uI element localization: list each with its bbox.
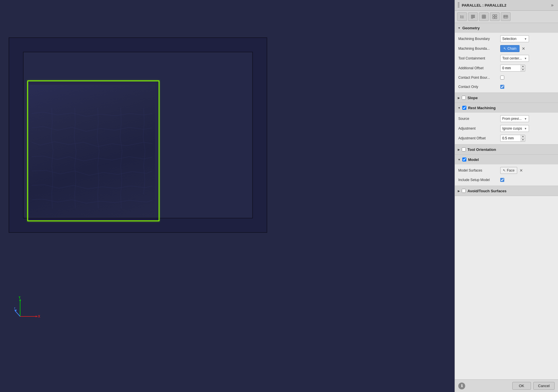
geometry-section-header[interactable]: ▼ Geometry	[455, 23, 558, 33]
adjustment-offset-down[interactable]: ▼	[521, 139, 525, 142]
adjustment-offset-spinner: ▲ ▼	[521, 135, 525, 141]
face-close-button[interactable]: ✕	[518, 168, 524, 173]
tool-orientation-checkbox[interactable]	[462, 147, 466, 151]
rest-machining-section-title: Rest Machining	[468, 106, 496, 110]
source-value: From previ...	[502, 117, 522, 121]
additional-offset-label: Additional Offset	[458, 66, 499, 70]
tool-containment-value: Tool center...	[502, 56, 522, 60]
tool-orientation-section-header[interactable]: ▶ Tool Orientation	[455, 145, 558, 154]
rest-machining-section: ▼ Rest Machining Source From previ... ▼ …	[455, 103, 558, 145]
machining-boundary2-control: ↖ Chain ✕	[500, 45, 555, 52]
ok-button[interactable]: OK	[512, 382, 531, 390]
model-section-header[interactable]: ▼ Model	[455, 155, 558, 164]
toolbar-btn-list[interactable]	[468, 12, 478, 21]
model-triangle: ▼	[458, 158, 461, 161]
adjustment-label: Adjustment	[458, 126, 499, 130]
contact-only-checkbox[interactable]	[500, 85, 504, 89]
rest-machining-body: Source From previ... ▼ Adjustment Ignore…	[455, 113, 558, 144]
model-surfaces-control: ↖ Face ✕	[500, 167, 555, 174]
adjustment-select[interactable]: Ignore cusps ▼	[500, 125, 529, 132]
adjustment-offset-up[interactable]: ▲	[521, 135, 525, 139]
bottom-bar: ℹ OK Cancel	[455, 379, 558, 392]
cursor-icon: ↖	[503, 47, 506, 51]
toolbar-btn-box[interactable]	[479, 12, 489, 21]
rest-machining-triangle: ▼	[458, 106, 461, 109]
geometry-section-title: Geometry	[462, 26, 480, 30]
face-button[interactable]: ↖ Face	[500, 167, 517, 174]
toolbar-btn-settings[interactable]	[457, 12, 467, 21]
slope-section: ▶ Slope	[455, 93, 558, 103]
slope-section-checkbox[interactable]	[462, 96, 466, 100]
additional-offset-row: Additional Offset ▲ ▼	[455, 63, 558, 73]
rest-machining-checkbox[interactable]	[462, 106, 466, 110]
additional-offset-input[interactable]	[501, 65, 521, 71]
face-cursor-icon: ↖	[503, 168, 506, 172]
tool-containment-control: Tool center... ▼	[500, 55, 555, 62]
adjustment-value: Ignore cusps	[502, 126, 522, 130]
model-section: ▼ Model Model Surfaces ↖ Face ✕ Include …	[455, 155, 558, 186]
chain-btn-label: Chain	[507, 47, 516, 51]
chain-close-button[interactable]: ✕	[521, 46, 526, 51]
tool-containment-arrow: ▼	[524, 57, 527, 60]
contact-only-control	[500, 85, 555, 89]
forward-button[interactable]: »	[549, 2, 555, 8]
avoid-touch-section-title: Avoid/Touch Surfaces	[467, 189, 507, 193]
adjustment-offset-row: Adjustment Offset ▲ ▼	[455, 133, 558, 143]
adjustment-row: Adjustment Ignore cusps ▼	[455, 124, 558, 133]
avoid-touch-section: ▶ Avoid/Touch Surfaces	[455, 186, 558, 196]
svg-marker-7	[36, 316, 38, 317]
geometry-section: ▼ Geometry Machining Boundary Selection …	[455, 23, 558, 93]
tool-containment-label: Tool Containment	[458, 56, 499, 60]
avoid-touch-section-header[interactable]: ▶ Avoid/Touch Surfaces	[455, 186, 558, 196]
source-select[interactable]: From previ... ▼	[500, 115, 529, 122]
toolbar-btn-grid[interactable]	[490, 12, 500, 21]
contact-point-control	[500, 76, 555, 80]
model-section-body: Model Surfaces ↖ Face ✕ Include Setup Mo…	[455, 164, 558, 186]
additional-offset-input-wrap: ▲ ▼	[500, 65, 525, 72]
contact-point-checkbox[interactable]	[500, 76, 504, 80]
selection-boundary-dashed	[27, 80, 159, 221]
adjustment-offset-input[interactable]	[501, 135, 521, 141]
svg-rect-21	[495, 17, 497, 19]
include-setup-model-row: Include Setup Model	[455, 175, 558, 185]
avoid-touch-checkbox[interactable]	[462, 189, 466, 193]
viewport: Y X Z	[0, 0, 455, 392]
include-setup-model-control	[500, 178, 555, 182]
cancel-button[interactable]: Cancel	[533, 382, 555, 390]
svg-text:Y: Y	[18, 296, 21, 299]
info-icon: ℹ	[461, 384, 463, 388]
svg-rect-9	[471, 15, 475, 16]
svg-rect-11	[471, 17, 475, 18]
model-section-checkbox[interactable]	[462, 157, 466, 162]
svg-text:X: X	[38, 314, 40, 318]
machining-boundary-control: Selection ▼	[500, 35, 555, 42]
include-setup-model-checkbox[interactable]	[500, 178, 504, 182]
model-surfaces-label: Model Surfaces	[458, 168, 499, 172]
adjustment-offset-input-wrap: ▲ ▼	[500, 135, 525, 142]
additional-offset-spinner: ▲ ▼	[521, 65, 525, 71]
avoid-touch-triangle: ▶	[458, 189, 460, 193]
machining-boundary-select[interactable]: Selection ▼	[500, 35, 529, 42]
info-button[interactable]: ℹ	[458, 383, 465, 389]
chain-button[interactable]: ↖ Chain	[500, 45, 519, 52]
panel-title: PARALLEL : PARALLEL2	[462, 3, 547, 7]
tool-containment-select[interactable]: Tool center... ▼	[500, 55, 529, 62]
geometry-section-body: Machining Boundary Selection ▼ Machining…	[455, 33, 558, 93]
additional-offset-down[interactable]: ▼	[521, 68, 525, 72]
additional-offset-up[interactable]: ▲	[521, 65, 525, 68]
drag-handle	[458, 2, 459, 8]
contact-point-label: Contact Point Bour...	[458, 76, 499, 80]
properties-panel: PARALLEL : PARALLEL2 »	[455, 0, 558, 392]
adjustment-offset-control: ▲ ▼	[500, 135, 555, 142]
rest-machining-section-header[interactable]: ▼ Rest Machining	[455, 103, 558, 113]
machining-boundary-row: Machining Boundary Selection ▼	[455, 34, 558, 44]
panel-header: PARALLEL : PARALLEL2 »	[455, 0, 558, 11]
svg-line-4	[15, 311, 20, 316]
machining-boundary2-label: Machining Bounda...	[458, 47, 499, 51]
toolbar-btn-table[interactable]	[501, 12, 511, 21]
adjustment-arrow: ▼	[524, 127, 527, 130]
slope-section-header[interactable]: ▶ Slope	[455, 93, 558, 103]
tool-orientation-triangle: ▶	[458, 148, 460, 151]
3d-scene: Y X Z	[0, 0, 455, 392]
model-surfaces-row: Model Surfaces ↖ Face ✕	[455, 166, 558, 175]
